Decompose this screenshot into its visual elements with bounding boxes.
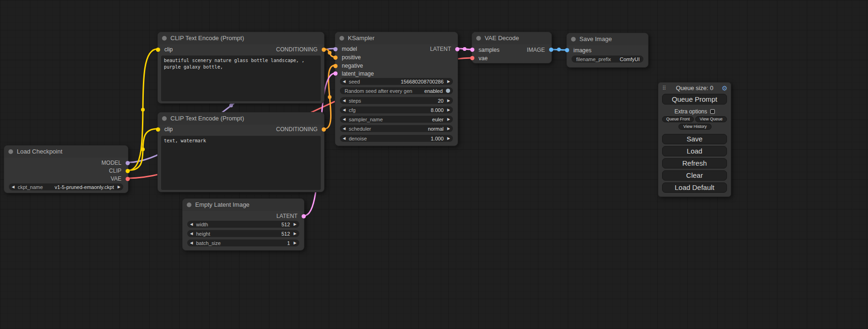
collapse-dot-icon[interactable] [8,149,13,154]
input-port-clip[interactable] [156,127,160,132]
output-port-conditioning[interactable] [322,48,326,52]
input-port-model[interactable] [333,47,338,51]
random-seed-toggle[interactable] [446,89,450,93]
decrement-arrow-icon[interactable]: ◀ [343,78,347,85]
decrement-arrow-icon[interactable]: ◀ [190,221,195,228]
widget-batch-size[interactable]: ◀ batch_size 1 ▶ [187,239,299,246]
node-title-bar[interactable]: CLIP Text Encode (Prompt) [158,112,324,125]
widget-ckpt-name[interactable]: ◀ ckpt_name v1-5-pruned-emaonly.ckpt ▶ [9,183,123,190]
widget-sampler-name[interactable]: ◀ sampler_name euler ▶ [340,116,453,123]
increment-arrow-icon[interactable]: ▶ [292,221,296,228]
widget-seed[interactable]: ◀ seed 156680208700286 ▶ [340,78,453,85]
decrement-arrow-icon[interactable]: ◀ [190,230,195,237]
widget-name: scheduler [349,126,371,132]
load-default-button[interactable]: Load Default [662,182,727,193]
input-port-negative[interactable] [333,64,338,68]
decrement-arrow-icon[interactable]: ◀ [343,135,347,142]
widget-cfg[interactable]: ◀ cfg 8.000 ▶ [340,106,453,113]
queue-front-button[interactable]: Queue Front [662,116,694,122]
refresh-button[interactable]: Refresh [662,158,727,168]
widget-name: sampler_name [349,117,383,122]
decrement-arrow-icon[interactable]: ◀ [12,183,16,190]
output-port-latent[interactable] [455,47,459,51]
wire-midpoint-dot [557,48,561,51]
collapse-dot-icon[interactable] [476,36,481,41]
collapse-dot-icon[interactable] [162,116,167,121]
output-port-clip[interactable] [126,169,130,173]
view-history-button[interactable]: View History [678,124,712,130]
input-port-vae[interactable] [470,56,474,60]
wire-image [552,49,566,50]
output-port-conditioning[interactable] [322,127,326,132]
decrement-arrow-icon[interactable]: ◀ [343,106,347,113]
widget-scheduler[interactable]: ◀ scheduler normal ▶ [340,125,453,132]
queue-prompt-button[interactable]: Queue Prompt [662,94,727,105]
node-title-bar[interactable]: Save Image [567,33,648,45]
widget-value: enabled [412,88,443,94]
increment-arrow-icon[interactable]: ▶ [445,97,450,104]
widget-name: seed [349,79,360,84]
view-queue-button[interactable]: View Queue [695,116,727,122]
clear-button[interactable]: Clear [662,170,727,181]
input-port-samples[interactable] [470,48,474,52]
decrement-arrow-icon[interactable]: ◀ [343,116,347,123]
graph-canvas[interactable]: Load Checkpoint MODEL CLIP VAE ◀ ckpt_na… [0,0,868,329]
load-button[interactable]: Load [662,146,727,156]
increment-arrow-icon[interactable]: ▶ [445,78,450,85]
increment-arrow-icon[interactable]: ▶ [292,230,296,237]
widget-height[interactable]: ◀ height 512 ▶ [187,230,299,237]
increment-arrow-icon[interactable]: ▶ [116,183,120,190]
widget-value: 512 [208,222,290,227]
node-title-bar[interactable]: KSampler [335,32,458,44]
node-save-image[interactable]: Save Image images filename_prefix ComfyU… [566,33,649,68]
widget-name: Random seed after every gen [345,88,412,94]
output-port-vae[interactable] [126,177,130,181]
input-port-positive[interactable] [333,56,338,60]
input-port-images[interactable] [565,48,569,52]
output-port-latent[interactable] [302,214,306,218]
positive-prompt-textarea[interactable]: beautiful scenery nature glass bottle la… [161,56,321,101]
widget-filename-prefix[interactable]: filename_prefix ComfyUI [572,56,643,63]
widget-steps[interactable]: ◀ steps 20 ▶ [340,97,453,104]
node-title-bar[interactable]: VAE Decode [472,32,551,44]
node-ksampler[interactable]: KSampler model positive negative latent_… [335,32,458,146]
collapse-dot-icon[interactable] [571,37,576,42]
decrement-arrow-icon[interactable]: ◀ [190,239,195,246]
increment-arrow-icon[interactable]: ▶ [445,135,450,142]
node-title: Load Checkpoint [17,146,63,158]
collapse-dot-icon[interactable] [339,36,344,41]
widget-denoise[interactable]: ◀ denoise 1.000 ▶ [340,135,453,142]
widget-value: v1-5-pruned-emaonly.ckpt [43,184,114,190]
output-port-image[interactable] [549,48,553,52]
output-port-model[interactable] [126,161,130,165]
input-label-images: images [573,47,592,54]
collapse-dot-icon[interactable] [187,203,191,207]
save-button[interactable]: Save [662,134,727,144]
increment-arrow-icon[interactable]: ▶ [292,239,296,246]
node-clip-text-encode-positive[interactable]: CLIP Text Encode (Prompt) clip CONDITION… [157,32,325,104]
widget-width[interactable]: ◀ width 512 ▶ [187,221,299,228]
increment-arrow-icon[interactable]: ▶ [445,125,450,132]
node-title-bar[interactable]: CLIP Text Encode (Prompt) [158,32,324,44]
decrement-arrow-icon[interactable]: ◀ [343,125,347,132]
settings-gear-icon[interactable]: ⚙ [721,84,727,92]
node-vae-decode[interactable]: VAE Decode samples vae IMAGE [472,32,552,63]
increment-arrow-icon[interactable]: ▶ [445,106,450,113]
widget-name: batch_size [196,240,221,246]
node-empty-latent-image[interactable]: Empty Latent Image LATENT ◀ width 512 ▶ … [182,198,304,251]
extra-options-checkbox[interactable] [710,109,715,114]
node-load-checkpoint[interactable]: Load Checkpoint MODEL CLIP VAE ◀ ckpt_na… [4,145,128,193]
increment-arrow-icon[interactable]: ▶ [445,116,450,123]
decrement-arrow-icon[interactable]: ◀ [343,97,347,104]
queue-size-label: Queue size: 0 [658,84,731,92]
node-clip-text-encode-negative[interactable]: CLIP Text Encode (Prompt) clip CONDITION… [157,112,325,192]
collapse-dot-icon[interactable] [162,36,167,41]
node-title-bar[interactable]: Empty Latent Image [183,199,304,211]
node-title: CLIP Text Encode (Prompt) [170,112,244,125]
output-label-latent: LATENT [430,46,451,52]
input-port-latent-image[interactable] [333,71,338,76]
widget-random-seed[interactable]: Random seed after every gen enabled [340,87,453,94]
node-title-bar[interactable]: Load Checkpoint [4,146,128,158]
input-port-clip[interactable] [156,48,160,52]
negative-prompt-textarea[interactable]: text, watermark [161,136,321,190]
